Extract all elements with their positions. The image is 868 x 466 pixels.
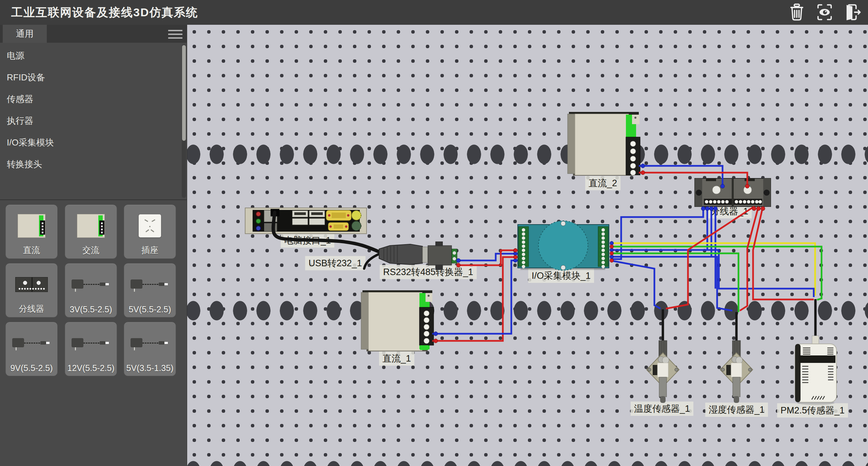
device-label-pc1: 电脑接口_1 (281, 233, 334, 248)
exit-icon[interactable] (844, 3, 861, 22)
palette-tile-socket[interactable]: 插座 (124, 205, 176, 259)
device-label-splitter1: 分线器_1 (707, 204, 752, 218)
title-bar: 工业互联网设备及接线3D仿真系统 (0, 0, 868, 25)
palette-tab-bar: 通用 (0, 25, 187, 43)
palette-tile-5v[interactable]: 5V(5.5-2.5) (124, 263, 176, 317)
tab-general[interactable]: 通用 (3, 25, 47, 43)
adapter-icon (70, 277, 112, 292)
component-palette-sidebar: 通用 电源 RFID设备 传感器 执行器 I/O采集模块 转换接头 直流 交流 … (0, 25, 187, 466)
adapter-icon (11, 335, 52, 351)
adapter-icon (129, 277, 171, 292)
device-label-rs485: RS232转485转换器_1 (380, 265, 477, 279)
sidebar-item-sensor[interactable]: 传感器 (7, 88, 170, 110)
sidebar-divider (0, 199, 187, 200)
app-window: 直流_2 分线器_1 电脑接口_1 USB转232_1 RS232转485转换器… (0, 0, 868, 466)
sidebar-item-io-module[interactable]: I/O采集模块 (7, 132, 170, 153)
sidebar-item-rfid[interactable]: RFID设备 (7, 66, 170, 88)
device-label-dc2: 直流_2 (585, 176, 620, 190)
sidebar-item-power[interactable]: 电源 (7, 45, 170, 66)
trash-icon[interactable] (788, 3, 806, 22)
device-label-io1: I/O采集模块_1 (528, 269, 594, 283)
sidebar-scrollbar[interactable] (182, 44, 186, 198)
category-list: 电源 RFID设备 传感器 执行器 I/O采集模块 转换接头 (0, 43, 187, 199)
palette-tile-3v[interactable]: 3V(5.5-2.5) (65, 263, 117, 317)
palette-tile-5v-135[interactable]: 5V(3.5-1.35) (124, 322, 176, 376)
device-label-usb232: USB转232_1 (305, 256, 366, 270)
adapter-icon (70, 335, 112, 351)
palette-tile-splitter[interactable]: 分线器 (5, 263, 58, 317)
app-title: 工业互联网设备及接线3D仿真系统 (11, 5, 198, 20)
splitter-icon (15, 277, 48, 292)
device-label-dc1: 直流_1 (379, 351, 414, 366)
pegboard-hole-band (187, 300, 868, 321)
sidebar-item-adapter[interactable]: 转换接头 (7, 153, 170, 175)
pegboard-hole-band (187, 144, 868, 165)
palette-tile-9v[interactable]: 9V(5.5-2.5) (5, 322, 58, 376)
palette-tile-ac[interactable]: 交流 (65, 205, 117, 259)
menu-icon[interactable] (168, 30, 182, 39)
adapter-icon (129, 335, 171, 351)
dc-supply-icon (18, 214, 45, 238)
socket-icon (139, 214, 161, 237)
device-label-temp1: 温度传感器_1 (631, 402, 693, 416)
ac-supply-icon (77, 214, 105, 238)
view-focus-icon[interactable] (816, 3, 833, 22)
device-label-hum1: 湿度传感器_1 (705, 403, 768, 417)
palette-tile-dc[interactable]: 直流 (5, 205, 58, 259)
device-label-pm251: PM2.5传感器_1 (777, 403, 848, 418)
sidebar-item-actuator[interactable]: 执行器 (7, 110, 170, 132)
sidebar-scrollbar-thumb[interactable] (182, 45, 186, 141)
palette-tile-12v[interactable]: 12V(5.5-2.5) (65, 322, 117, 376)
pegboard-hole-band (187, 460, 868, 466)
